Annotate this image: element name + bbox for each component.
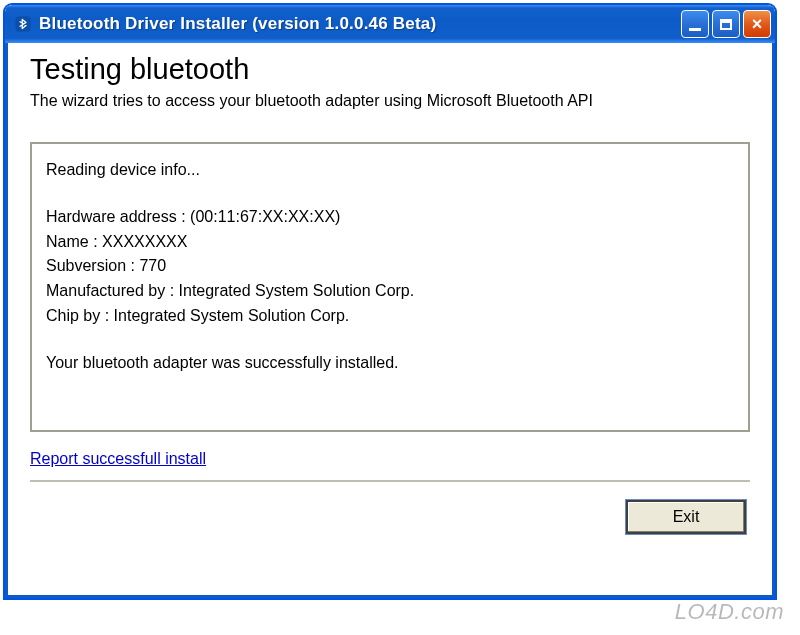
client-area: Testing bluetooth The wizard tries to ac… bbox=[5, 43, 775, 598]
manufacturer-label: Manufactured by : bbox=[46, 282, 174, 299]
exit-button[interactable]: Exit bbox=[626, 500, 746, 534]
chip-value: Integrated System Solution Corp. bbox=[114, 307, 350, 324]
button-row: Exit bbox=[8, 486, 772, 548]
hardware-address-label: Hardware address : bbox=[46, 208, 186, 225]
manufacturer: Manufactured by : Integrated System Solu… bbox=[46, 279, 734, 304]
manufacturer-value: Integrated System Solution Corp. bbox=[179, 282, 415, 299]
watermark: LO4D.com bbox=[675, 599, 784, 625]
chip: Chip by : Integrated System Solution Cor… bbox=[46, 304, 734, 329]
minimize-button[interactable] bbox=[681, 10, 709, 38]
installer-window: Bluetooth Driver Installer (version 1.0.… bbox=[4, 4, 776, 599]
subversion-value: 770 bbox=[139, 257, 166, 274]
titlebar[interactable]: Bluetooth Driver Installer (version 1.0.… bbox=[5, 5, 775, 43]
result-line: Your bluetooth adapter was successfully … bbox=[46, 351, 734, 376]
header-section: Testing bluetooth The wizard tries to ac… bbox=[8, 43, 772, 118]
status-line: Reading device info... bbox=[46, 158, 734, 183]
hardware-address-value: (00:11:67:XX:XX:XX) bbox=[190, 208, 340, 225]
maximize-button[interactable] bbox=[712, 10, 740, 38]
close-button[interactable]: × bbox=[743, 10, 771, 38]
page-title: Testing bluetooth bbox=[30, 53, 750, 86]
content-section: Reading device info... Hardware address … bbox=[8, 118, 772, 486]
window-title: Bluetooth Driver Installer (version 1.0.… bbox=[39, 14, 681, 34]
page-subtitle: The wizard tries to access your bluetoot… bbox=[30, 92, 750, 110]
device-name-value: XXXXXXXX bbox=[102, 233, 187, 250]
subversion: Subversion : 770 bbox=[46, 254, 734, 279]
device-name: Name : XXXXXXXX bbox=[46, 230, 734, 255]
device-info-box: Reading device info... Hardware address … bbox=[30, 142, 750, 432]
hardware-address: Hardware address : (00:11:67:XX:XX:XX) bbox=[46, 205, 734, 230]
divider bbox=[30, 480, 750, 482]
report-link[interactable]: Report successfull install bbox=[30, 450, 206, 467]
bluetooth-icon bbox=[13, 14, 33, 34]
device-name-label: Name : bbox=[46, 233, 98, 250]
subversion-label: Subversion : bbox=[46, 257, 135, 274]
window-controls: × bbox=[681, 10, 771, 38]
link-row: Report successfull install bbox=[30, 450, 750, 468]
chip-label: Chip by : bbox=[46, 307, 109, 324]
